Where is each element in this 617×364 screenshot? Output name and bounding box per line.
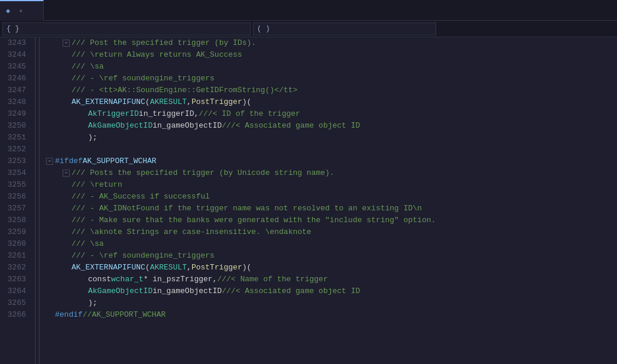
line-number: 3256	[2, 191, 26, 203]
code-token: AkGameObjectID	[88, 285, 152, 297]
code-line: AK_EXTERNAPIFUNC( AKRESULT, PostTrigger …	[44, 262, 617, 274]
editor: 3243324432453246324732483249325032513252…	[0, 37, 617, 364]
code-token: in_gameObjectID	[152, 285, 222, 297]
toolbar: { } ( )	[0, 21, 617, 37]
code-line: AK_EXTERNAPIFUNC( AKRESULT, PostTrigger …	[44, 96, 617, 108]
code-token: PostTrigger	[191, 96, 242, 108]
code-token: AkGameObjectID	[88, 120, 152, 132]
code-line: /// - Make sure that the banks were gene…	[44, 214, 617, 226]
line-number: 3253	[2, 155, 26, 167]
code-token: AK_EXTERNAPIFUNC	[72, 262, 145, 274]
line-number: 3246	[2, 73, 26, 84]
code-token: in_triggerID,	[139, 108, 199, 120]
code-token: /// \aknote Strings are case-insensitive…	[72, 226, 311, 238]
code-token: AKRESULT	[150, 262, 187, 274]
collapse-button[interactable]: −	[46, 158, 53, 165]
collapse-button[interactable]: −	[63, 40, 70, 47]
tab-separator: ✦	[18, 6, 23, 15]
line-number: 3260	[2, 238, 26, 250]
code-line: /// \return Always returns AK_Success	[44, 49, 617, 61]
code-line: /// \aknote Strings are case-insensitive…	[44, 226, 617, 238]
code-line: /// - AK_Success if successful	[44, 191, 617, 203]
code-token: /// - \ref soundengine_triggers	[72, 73, 215, 84]
code-token: ///< Name of the trigger	[217, 274, 327, 285]
symbol-dropdown[interactable]: ( )	[253, 22, 436, 35]
tab-bar: ◈ ✦	[0, 0, 617, 21]
code-token: AKRESULT	[150, 96, 187, 108]
code-token: (	[145, 262, 150, 274]
code-token: /// \sa	[72, 238, 104, 250]
code-token: /// - Make sure that the banks were gene…	[72, 214, 436, 226]
line-number: 3263	[2, 274, 26, 285]
line-number: 3249	[2, 108, 26, 120]
line-number: 3259	[2, 226, 26, 238]
line-number: 3255	[2, 179, 26, 191]
code-token: ,	[187, 96, 191, 108]
code-area: −/// Post the specified trigger (by IDs)…	[44, 37, 617, 364]
line-number: 3251	[2, 132, 26, 144]
code-token: /// \return Always returns AK_Success	[72, 49, 242, 61]
code-token: ///< Associated game object ID	[222, 120, 360, 132]
line-number: 3252	[2, 144, 26, 155]
vline-inner	[39, 37, 40, 364]
line-number: 3258	[2, 214, 26, 226]
line-number: 3265	[2, 297, 26, 309]
code-line: /// - \ref soundengine_triggers	[44, 73, 617, 84]
code-line: /// - <tt>AK::SoundEngine::GetIDFromStri…	[44, 84, 617, 96]
tab-close-button[interactable]	[28, 6, 37, 15]
code-line: #endif //AK_SUPPORT_WCHAR	[44, 309, 617, 321]
code-token: /// - AK_Success if successful	[72, 191, 210, 203]
code-line: /// \return	[44, 179, 617, 191]
code-line: AkTriggerID in_triggerID, ///< ID of the…	[44, 108, 617, 120]
code-token: ///< Associated game object ID	[222, 285, 360, 297]
code-token: /// - AK_IDNotFound if the trigger name …	[72, 203, 422, 214]
scope-dropdown[interactable]: { }	[2, 22, 251, 35]
file-icon: ◈	[6, 6, 10, 15]
code-token: /// - \ref soundengine_triggers	[72, 250, 215, 262]
line-number: 3266	[2, 309, 26, 321]
code-line: −#ifdef AK_SUPPORT_WCHAR	[44, 155, 617, 167]
code-token: #endif	[55, 309, 83, 321]
code-token: * in_pszTrigger,	[144, 274, 217, 285]
line-numbers: 3243324432453246324732483249325032513252…	[0, 37, 31, 364]
line-number: 3243	[2, 37, 26, 49]
code-line: );	[44, 297, 617, 309]
code-line: −/// Posts the specified trigger (by Uni…	[44, 167, 617, 179]
code-token: /// \sa	[72, 61, 104, 73]
code-line: /// \sa	[44, 61, 617, 73]
code-token: #ifdef	[55, 155, 83, 167]
code-token: wchar_t	[111, 274, 144, 285]
code-token: ,	[187, 262, 191, 274]
code-line	[44, 144, 617, 155]
line-number: 3247	[2, 84, 26, 96]
code-token: );	[88, 297, 98, 309]
scope-icon: { }	[7, 25, 20, 33]
code-line: /// \sa	[44, 238, 617, 250]
symbol-icon: ( )	[257, 25, 270, 33]
code-token: ///< ID of the trigger	[199, 108, 300, 120]
collapse-button[interactable]: −	[63, 170, 70, 177]
code-line: AkGameObjectID in_gameObjectID ///< Asso…	[44, 120, 617, 132]
code-token: in_gameObjectID	[152, 120, 222, 132]
line-number: 3244	[2, 49, 26, 61]
line-number: 3248	[2, 96, 26, 108]
code-token: )(	[242, 262, 252, 274]
code-token: /// Post the specified trigger (by IDs).	[72, 37, 256, 49]
line-number: 3245	[2, 61, 26, 73]
code-line: const wchar_t* in_pszTrigger, ///< Name …	[44, 274, 617, 285]
tab-aksoundengine[interactable]: ◈ ✦	[0, 0, 44, 21]
gutter	[31, 37, 44, 364]
code-token: const	[88, 274, 111, 285]
code-token: (	[145, 96, 150, 108]
line-number: 3254	[2, 167, 26, 179]
line-number: 3261	[2, 250, 26, 262]
code-token: PostTrigger	[191, 262, 242, 274]
code-line: AkGameObjectID in_gameObjectID ///< Asso…	[44, 285, 617, 297]
code-line: /// - AK_IDNotFound if the trigger name …	[44, 203, 617, 214]
code-token: /// - <tt>AK::SoundEngine::GetIDFromStri…	[72, 84, 297, 96]
code-token: )(	[242, 96, 252, 108]
line-number: 3257	[2, 203, 26, 214]
code-token: //AK_SUPPORT_WCHAR	[83, 309, 165, 321]
code-token: /// Posts the specified trigger (by Unic…	[72, 167, 335, 179]
line-number: 3250	[2, 120, 26, 132]
